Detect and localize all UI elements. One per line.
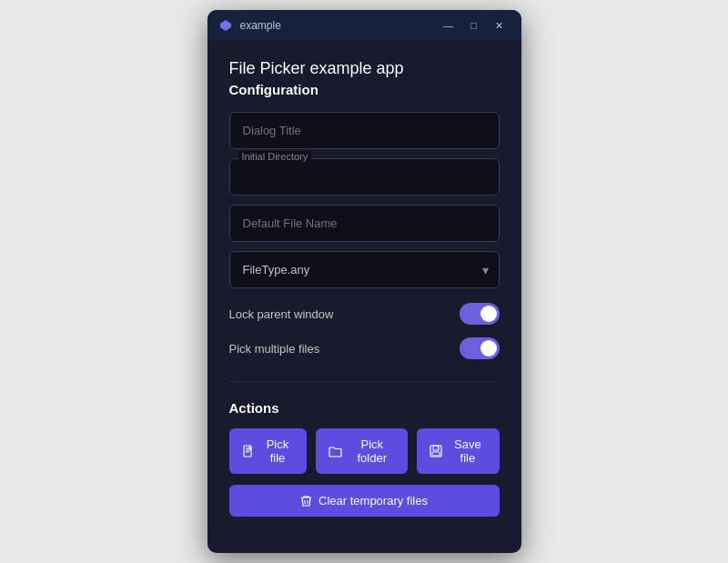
svg-marker-0 — [220, 20, 231, 31]
pick-multiple-row: Pick multiple files — [229, 337, 500, 359]
svg-rect-1 — [244, 446, 251, 457]
maximize-button[interactable]: □ — [463, 15, 485, 36]
clear-temporary-icon — [300, 495, 312, 508]
close-button[interactable]: ✕ — [489, 15, 511, 36]
app-icon — [218, 18, 233, 33]
svg-rect-5 — [438, 447, 439, 449]
config-section: Configuration Initial Directory C:\Users… — [229, 82, 500, 359]
app-window: example — □ ✕ File Picker example app Co… — [207, 10, 521, 553]
divider — [229, 381, 500, 382]
pick-file-label: Pick file — [261, 437, 295, 465]
pick-multiple-toggle[interactable] — [460, 337, 500, 359]
save-file-button[interactable]: Save file — [417, 428, 499, 474]
clear-temporary-label: Clear temporary files — [318, 494, 428, 508]
pick-folder-button[interactable]: Pick folder — [316, 428, 408, 474]
title-bar-text: example — [240, 19, 430, 32]
dialog-title-input[interactable] — [229, 112, 500, 149]
actions-row-2: Clear temporary files — [229, 485, 500, 517]
pick-file-icon — [242, 445, 255, 457]
title-bar: example — □ ✕ — [207, 10, 521, 41]
content-area: File Picker example app Configuration In… — [207, 41, 521, 553]
initial-directory-wrapper: Initial Directory C:\Users\phili\Desktop… — [229, 158, 500, 196]
pick-multiple-toggle-knob — [480, 340, 497, 357]
config-section-title: Configuration — [229, 82, 500, 97]
clear-temporary-button[interactable]: Clear temporary files — [229, 485, 500, 517]
pick-folder-label: Pick folder — [349, 437, 395, 465]
title-bar-controls: — □ ✕ — [438, 15, 511, 36]
actions-section: Actions Pick file — [229, 400, 500, 517]
pick-multiple-label: Pick multiple files — [229, 342, 320, 356]
svg-rect-4 — [432, 452, 440, 456]
filetype-select-wrapper: FileType.any FileType.image FileType.vid… — [229, 251, 500, 288]
pick-folder-icon — [329, 446, 342, 457]
lock-parent-label: Lock parent window — [229, 307, 334, 321]
lock-parent-row: Lock parent window — [229, 303, 500, 325]
app-title: File Picker example app — [229, 59, 500, 78]
actions-row-1: Pick file Pick folder — [229, 428, 500, 474]
filetype-select[interactable]: FileType.any FileType.image FileType.vid… — [229, 251, 500, 288]
minimize-button[interactable]: — — [438, 15, 460, 36]
actions-section-title: Actions — [229, 400, 500, 416]
save-file-label: Save file — [449, 437, 486, 465]
initial-directory-input[interactable]: C:\Users\phili\Desktop\test-files\ — [229, 158, 500, 196]
save-file-icon — [430, 445, 442, 457]
default-file-name-input[interactable] — [229, 205, 500, 242]
initial-directory-label: Initial Directory — [238, 151, 312, 162]
lock-parent-toggle-knob — [480, 306, 497, 322]
lock-parent-toggle[interactable] — [460, 303, 500, 325]
pick-file-button[interactable]: Pick file — [229, 428, 308, 474]
